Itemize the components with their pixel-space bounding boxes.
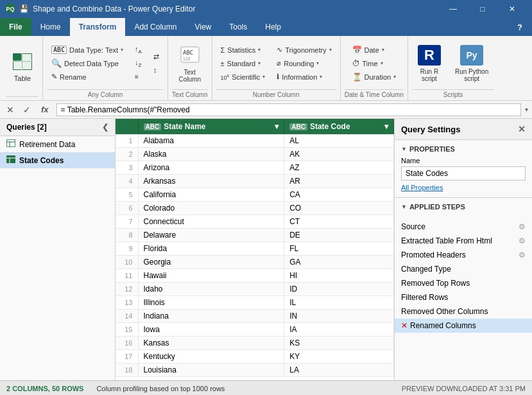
replace-values-button[interactable]: ⇄	[149, 50, 164, 63]
step-name: Renamed Columns	[410, 321, 526, 330]
table-button[interactable]: Table	[6, 45, 39, 89]
table-row[interactable]: 12 Idaho ID	[116, 283, 394, 296]
any-column-label: Any Column	[47, 89, 164, 100]
tab-view[interactable]: View	[185, 18, 220, 36]
formula-input[interactable]	[56, 103, 521, 116]
table-row[interactable]: 1 Alabama AL	[116, 134, 394, 148]
time-button[interactable]: ⏱ Time ▾	[348, 57, 401, 70]
maximize-button[interactable]: □	[468, 0, 497, 18]
state-name-cell: Connecticut	[138, 215, 284, 229]
table-row[interactable]: 11 Hawaii HI	[116, 269, 394, 283]
row-number: 7	[116, 215, 138, 229]
detect-data-type-button[interactable]: 🔍 Detect Data Type	[47, 57, 128, 70]
step-gear-icon[interactable]: ⚙	[519, 222, 526, 231]
table-row[interactable]: 17 Kentucky KY	[116, 350, 394, 364]
duration-button[interactable]: ⏳ Duration ▾	[348, 71, 401, 83]
ribbon-group-number-column: Σ Statistics ▾ ± Standard ▾ 10x Scientif…	[212, 36, 341, 100]
table-row[interactable]: 4 Arkansas AR	[116, 175, 394, 188]
table-row[interactable]: 2 Alaska AK	[116, 148, 394, 161]
standard-button[interactable]: ± Standard ▾	[216, 57, 270, 70]
run-r-label: Run R script	[420, 68, 438, 82]
tab-file[interactable]: File	[0, 18, 31, 36]
step-promotedHeaders[interactable]: Promoted Headers⚙	[395, 248, 532, 262]
qs-close-btn[interactable]: ✕	[518, 124, 526, 134]
run-python-button[interactable]: Py Run Python script	[449, 42, 494, 85]
help-button-area: ?	[513, 20, 532, 34]
help-icon[interactable]: ?	[513, 20, 527, 34]
qs-name-input[interactable]	[401, 166, 526, 180]
step-renamedColumns[interactable]: ✕Renamed Columns	[395, 319, 532, 333]
sidebar-collapse-btn[interactable]: ❮	[102, 123, 108, 132]
tab-transform[interactable]: Transform	[70, 18, 126, 36]
formula-accept-btn[interactable]: ✓	[21, 103, 33, 116]
date-button[interactable]: 📅 Date ▾	[348, 44, 401, 57]
window-controls: — □ ✕	[438, 0, 527, 18]
ribbon-tabs: File Home Transform Add Column View Tool…	[0, 18, 513, 36]
move-button[interactable]: ↕	[149, 64, 164, 76]
table-row[interactable]: 10 Georgia GA	[116, 256, 394, 269]
text-column-button[interactable]: ABC 123 Text Column	[173, 42, 206, 85]
trigonometry-button[interactable]: ∿ Trigonometry ▾	[272, 44, 336, 57]
number-column-label: Number Column	[216, 89, 336, 100]
state-code-type-badge: ABC	[289, 123, 307, 130]
step-source[interactable]: Source⚙	[395, 220, 532, 234]
rename-button[interactable]: ✎ Rename	[47, 71, 128, 83]
sidebar-item-retirement[interactable]: Retirement Data	[0, 136, 115, 152]
all-properties-link[interactable]: All Properties	[401, 184, 443, 191]
formula-cancel-btn[interactable]: ✕	[4, 103, 17, 116]
tab-add-column[interactable]: Add Column	[125, 18, 185, 36]
state-code-cell: KS	[284, 337, 394, 350]
tab-home[interactable]: Home	[31, 18, 70, 36]
rounding-button[interactable]: ⌀ Rounding ▾	[272, 57, 336, 70]
tab-help[interactable]: Help	[256, 18, 290, 36]
qs-properties-title: ▼ PROPERTIES	[401, 145, 526, 153]
ribbon-group-any-column: ABC Data Type: Text ▾ 🔍 Detect Data Type…	[43, 36, 168, 100]
formula-expand-icon[interactable]: ▾	[525, 106, 528, 113]
table-row[interactable]: 14 Indiana IN	[116, 310, 394, 323]
table-row[interactable]: 7 Connecticut CT	[116, 215, 394, 229]
tab-tools[interactable]: Tools	[220, 18, 256, 36]
save-icon[interactable]: 💾	[19, 4, 29, 13]
any-column-col3: ⇄ ↕	[149, 50, 164, 76]
table-row[interactable]: 9 Florida FL	[116, 242, 394, 256]
table-row[interactable]: 16 Kansas KS	[116, 337, 394, 350]
col-state-code[interactable]: ABC State Code ▾	[284, 119, 394, 134]
step-changedType[interactable]: Changed Type	[395, 262, 532, 276]
svg-text:123: 123	[183, 57, 191, 61]
information-label: Information	[282, 73, 317, 81]
sort-desc-button[interactable]: ↓Z	[130, 57, 146, 70]
step-gear-icon[interactable]: ⚙	[519, 236, 526, 245]
group-by-button[interactable]: ≡	[130, 71, 146, 83]
step-removedTopRows[interactable]: Removed Top Rows	[395, 276, 532, 290]
status-bar: 2 COLUMNS, 50 ROWS Column profiling base…	[0, 380, 532, 395]
state-code-filter-icon[interactable]: ▾	[384, 122, 388, 131]
data-grid[interactable]: ABC State Name ▾ ABC State Code ▾	[116, 119, 394, 380]
table-row[interactable]: 6 Colorado CO	[116, 202, 394, 215]
sidebar-item-state-codes[interactable]: State Codes	[0, 152, 115, 168]
close-button[interactable]: ✕	[497, 0, 527, 18]
step-removedOtherColumns[interactable]: Removed Other Columns	[395, 304, 532, 319]
step-filteredRows[interactable]: Filtered Rows	[395, 290, 532, 304]
table-row[interactable]: 5 California CA	[116, 188, 394, 202]
info-arrow: ▾	[320, 74, 322, 80]
scientific-button[interactable]: 10x Scientific ▾	[216, 71, 270, 83]
table-row[interactable]: 3 Arizona AZ	[116, 161, 394, 175]
col-state-name[interactable]: ABC State Name ▾	[138, 119, 284, 134]
table-row[interactable]: 8 Delaware DE	[116, 229, 394, 242]
minimize-button[interactable]: —	[438, 0, 468, 18]
state-name-cell: Indiana	[138, 310, 284, 323]
statistics-button[interactable]: Σ Statistics ▾	[216, 44, 270, 57]
sort-asc-button[interactable]: ↑A	[130, 44, 146, 57]
step-extractedTable[interactable]: Extracted Table From Html⚙	[395, 234, 532, 248]
table-row[interactable]: 13 Illinois IL	[116, 296, 394, 310]
state-name-filter-icon[interactable]: ▾	[275, 122, 279, 131]
data-type-button[interactable]: ABC Data Type: Text ▾	[47, 44, 128, 57]
run-r-button[interactable]: R Run R script	[412, 42, 447, 85]
queries-header-label: Queries [2]	[6, 123, 47, 132]
step-gear-icon[interactable]: ⚙	[519, 250, 526, 259]
table-row[interactable]: 15 Iowa IA	[116, 323, 394, 337]
table-row[interactable]: 18 Louisiana LA	[116, 364, 394, 377]
information-button[interactable]: ℹ Information ▾	[272, 71, 336, 83]
standard-arrow: ▾	[258, 60, 261, 66]
rename-icon: ✎	[51, 73, 57, 81]
